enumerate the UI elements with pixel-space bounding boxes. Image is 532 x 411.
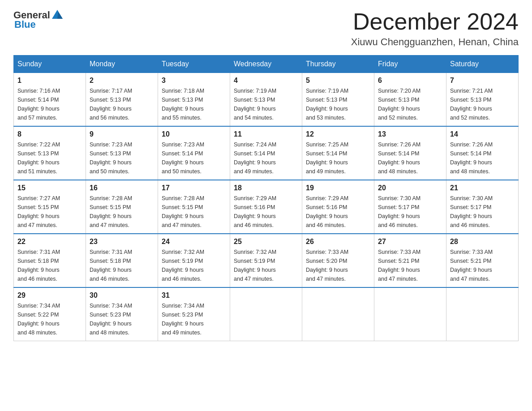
day-info: Sunrise: 7:19 AMSunset: 5:13 PMDaylight:…: [234, 86, 298, 122]
day-number: 5: [306, 77, 370, 85]
calendar-header-thursday: Thursday: [302, 56, 374, 73]
day-info: Sunrise: 7:22 AMSunset: 5:13 PMDaylight:…: [17, 140, 82, 176]
calendar-cell: 7Sunrise: 7:21 AMSunset: 5:13 PMDaylight…: [446, 73, 519, 127]
day-number: 23: [90, 238, 154, 246]
day-number: 13: [378, 130, 442, 138]
day-number: 19: [306, 184, 370, 192]
day-info: Sunrise: 7:33 AMSunset: 5:21 PMDaylight:…: [378, 248, 442, 283]
calendar-cell: 3Sunrise: 7:18 AMSunset: 5:13 PMDaylight…: [158, 73, 230, 127]
day-number: 4: [234, 77, 298, 85]
day-info: Sunrise: 7:17 AMSunset: 5:13 PMDaylight:…: [90, 86, 154, 122]
calendar-cell: 27Sunrise: 7:33 AMSunset: 5:21 PMDayligh…: [374, 234, 446, 287]
calendar-cell: 8Sunrise: 7:22 AMSunset: 5:13 PMDaylight…: [14, 126, 86, 180]
day-info: Sunrise: 7:29 AMSunset: 5:16 PMDaylight:…: [234, 194, 298, 230]
day-number: 9: [90, 130, 154, 138]
calendar-cell: [374, 287, 446, 341]
day-number: 1: [17, 77, 82, 85]
page-header: General Blue December 2024 Xiuwu Chenggu…: [13, 9, 519, 48]
day-info: Sunrise: 7:27 AMSunset: 5:15 PMDaylight:…: [17, 194, 82, 230]
calendar-cell: 18Sunrise: 7:29 AMSunset: 5:16 PMDayligh…: [230, 180, 302, 234]
day-number: 26: [306, 238, 370, 246]
day-info: Sunrise: 7:28 AMSunset: 5:15 PMDaylight:…: [162, 194, 226, 230]
day-info: Sunrise: 7:16 AMSunset: 5:14 PMDaylight:…: [17, 86, 82, 122]
calendar-cell: 4Sunrise: 7:19 AMSunset: 5:13 PMDaylight…: [230, 73, 302, 127]
calendar-cell: 5Sunrise: 7:19 AMSunset: 5:13 PMDaylight…: [302, 73, 374, 127]
title-block: December 2024 Xiuwu Chengguanzhen, Henan…: [351, 9, 519, 48]
day-info: Sunrise: 7:23 AMSunset: 5:14 PMDaylight:…: [162, 140, 226, 176]
day-number: 11: [234, 130, 298, 138]
logo: General Blue: [13, 9, 64, 30]
day-info: Sunrise: 7:31 AMSunset: 5:18 PMDaylight:…: [90, 248, 154, 283]
calendar-cell: 14Sunrise: 7:26 AMSunset: 5:14 PMDayligh…: [446, 126, 519, 180]
day-number: 30: [90, 291, 154, 300]
calendar-cell: 20Sunrise: 7:30 AMSunset: 5:17 PMDayligh…: [374, 180, 446, 234]
day-number: 21: [450, 184, 515, 192]
day-number: 8: [17, 130, 82, 138]
day-info: Sunrise: 7:34 AMSunset: 5:22 PMDaylight:…: [17, 301, 82, 337]
day-info: Sunrise: 7:31 AMSunset: 5:18 PMDaylight:…: [17, 248, 82, 283]
day-number: 17: [162, 184, 226, 192]
calendar-cell: 13Sunrise: 7:26 AMSunset: 5:14 PMDayligh…: [374, 126, 446, 180]
calendar-cell: 26Sunrise: 7:33 AMSunset: 5:20 PMDayligh…: [302, 234, 374, 287]
day-number: 2: [90, 77, 154, 85]
calendar-header-saturday: Saturday: [446, 56, 519, 73]
calendar-week-row: 22Sunrise: 7:31 AMSunset: 5:18 PMDayligh…: [14, 234, 519, 287]
calendar-header-tuesday: Tuesday: [158, 56, 230, 73]
day-info: Sunrise: 7:29 AMSunset: 5:16 PMDaylight:…: [306, 194, 370, 230]
calendar-cell: 2Sunrise: 7:17 AMSunset: 5:13 PMDaylight…: [86, 73, 158, 127]
calendar-table: SundayMondayTuesdayWednesdayThursdayFrid…: [13, 55, 519, 341]
day-info: Sunrise: 7:24 AMSunset: 5:14 PMDaylight:…: [234, 140, 298, 176]
calendar-cell: 17Sunrise: 7:28 AMSunset: 5:15 PMDayligh…: [158, 180, 230, 234]
calendar-cell: [302, 287, 374, 341]
calendar-cell: 11Sunrise: 7:24 AMSunset: 5:14 PMDayligh…: [230, 126, 302, 180]
calendar-cell: 28Sunrise: 7:33 AMSunset: 5:21 PMDayligh…: [446, 234, 519, 287]
logo-icon: [51, 9, 64, 21]
calendar-week-row: 1Sunrise: 7:16 AMSunset: 5:14 PMDaylight…: [14, 73, 519, 127]
calendar-cell: 15Sunrise: 7:27 AMSunset: 5:15 PMDayligh…: [14, 180, 86, 234]
day-number: 10: [162, 130, 226, 138]
location-title: Xiuwu Chengguanzhen, Henan, China: [351, 36, 519, 48]
svg-marker-1: [57, 12, 63, 19]
day-info: Sunrise: 7:25 AMSunset: 5:14 PMDaylight:…: [306, 140, 370, 176]
day-info: Sunrise: 7:26 AMSunset: 5:14 PMDaylight:…: [450, 140, 515, 176]
calendar-cell: 29Sunrise: 7:34 AMSunset: 5:22 PMDayligh…: [14, 287, 86, 341]
day-info: Sunrise: 7:32 AMSunset: 5:19 PMDaylight:…: [162, 248, 226, 283]
calendar-cell: 30Sunrise: 7:34 AMSunset: 5:23 PMDayligh…: [86, 287, 158, 341]
day-number: 16: [90, 184, 154, 192]
day-number: 12: [306, 130, 370, 138]
day-info: Sunrise: 7:26 AMSunset: 5:14 PMDaylight:…: [378, 140, 442, 176]
logo-blue-text: Blue: [14, 19, 36, 30]
day-number: 6: [378, 77, 442, 85]
day-number: 27: [378, 238, 442, 246]
day-number: 31: [162, 291, 226, 300]
day-number: 3: [162, 77, 226, 85]
calendar-header-sunday: Sunday: [14, 56, 86, 73]
day-info: Sunrise: 7:21 AMSunset: 5:13 PMDaylight:…: [450, 86, 515, 122]
day-info: Sunrise: 7:19 AMSunset: 5:13 PMDaylight:…: [306, 86, 370, 122]
day-number: 15: [17, 184, 82, 192]
calendar-cell: 25Sunrise: 7:32 AMSunset: 5:19 PMDayligh…: [230, 234, 302, 287]
calendar-header-monday: Monday: [86, 56, 158, 73]
day-number: 22: [17, 238, 82, 246]
day-info: Sunrise: 7:30 AMSunset: 5:17 PMDaylight:…: [378, 194, 442, 230]
calendar-cell: 19Sunrise: 7:29 AMSunset: 5:16 PMDayligh…: [302, 180, 374, 234]
day-info: Sunrise: 7:34 AMSunset: 5:23 PMDaylight:…: [90, 301, 154, 337]
day-number: 29: [17, 291, 82, 300]
day-info: Sunrise: 7:23 AMSunset: 5:13 PMDaylight:…: [90, 140, 154, 176]
calendar-cell: 16Sunrise: 7:28 AMSunset: 5:15 PMDayligh…: [86, 180, 158, 234]
calendar-cell: 12Sunrise: 7:25 AMSunset: 5:14 PMDayligh…: [302, 126, 374, 180]
day-number: 18: [234, 184, 298, 192]
day-number: 24: [162, 238, 226, 246]
day-info: Sunrise: 7:20 AMSunset: 5:13 PMDaylight:…: [378, 86, 442, 122]
calendar-cell: [446, 287, 519, 341]
calendar-cell: 24Sunrise: 7:32 AMSunset: 5:19 PMDayligh…: [158, 234, 230, 287]
calendar-cell: 23Sunrise: 7:31 AMSunset: 5:18 PMDayligh…: [86, 234, 158, 287]
day-number: 20: [378, 184, 442, 192]
day-info: Sunrise: 7:33 AMSunset: 5:21 PMDaylight:…: [450, 248, 515, 283]
calendar-cell: 22Sunrise: 7:31 AMSunset: 5:18 PMDayligh…: [14, 234, 86, 287]
calendar-cell: 31Sunrise: 7:34 AMSunset: 5:23 PMDayligh…: [158, 287, 230, 341]
calendar-header-friday: Friday: [374, 56, 446, 73]
day-number: 25: [234, 238, 298, 246]
day-number: 28: [450, 238, 515, 246]
month-title: December 2024: [351, 9, 519, 34]
